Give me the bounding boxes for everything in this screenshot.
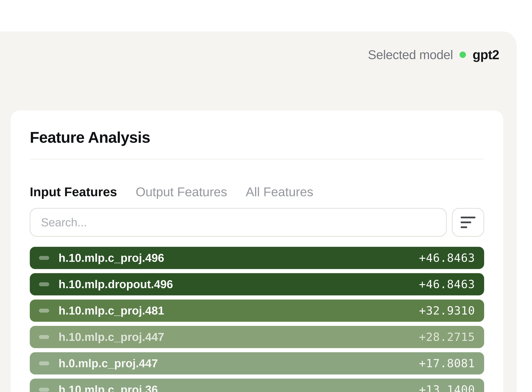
- page-title: Feature Analysis: [30, 128, 484, 147]
- minus-icon: [39, 282, 49, 286]
- feature-analysis-card: Feature Analysis Input Features Output F…: [11, 111, 503, 392]
- feature-label: h.10.mlp.c_proj.496: [58, 251, 419, 264]
- feature-row[interactable]: h.10.mlp.c_proj.447 +28.2715: [30, 326, 484, 348]
- feature-list: h.10.mlp.c_proj.496 +46.8463 h.10.mlp.dr…: [30, 247, 484, 392]
- feature-value: +13.1400: [419, 383, 475, 392]
- feature-label: h.10.mlp.c_proj.481: [58, 304, 419, 317]
- tab-input-features[interactable]: Input Features: [30, 184, 117, 200]
- minus-icon: [39, 388, 49, 392]
- minus-icon: [39, 361, 49, 365]
- model-name: gpt2: [473, 47, 499, 62]
- tab-output-features[interactable]: Output Features: [136, 184, 227, 200]
- minus-icon: [39, 309, 49, 313]
- feature-row[interactable]: h.10.mlp.c_proj.481 +32.9310: [30, 299, 484, 322]
- feature-row[interactable]: h.0.mlp.c_proj.447 +17.8081: [30, 352, 484, 374]
- feature-row[interactable]: h.10.mlp.dropout.496 +46.8463: [30, 273, 484, 295]
- feature-value: +32.9310: [419, 304, 475, 317]
- sort-button[interactable]: [452, 208, 484, 237]
- feature-label: h.10.mlp.dropout.496: [58, 278, 419, 291]
- search-input[interactable]: [30, 208, 447, 237]
- feature-row[interactable]: h.10.mlp.c_proj.36 +13.1400: [30, 379, 484, 392]
- feature-label: h.0.mlp.c_proj.447: [58, 357, 419, 370]
- search-bar: [30, 208, 484, 237]
- minus-icon: [39, 335, 49, 339]
- tab-bar: Input Features Output Features All Featu…: [30, 184, 484, 200]
- app-background-panel: Selected model gpt2 Feature Analysis Inp…: [0, 31, 517, 392]
- feature-value: +17.8081: [419, 357, 475, 370]
- divider: [30, 159, 484, 159]
- feature-label: h.10.mlp.c_proj.447: [58, 330, 419, 344]
- feature-value: +46.8463: [419, 251, 475, 264]
- model-selector: Selected model gpt2: [0, 31, 517, 62]
- model-status-dot: [460, 51, 466, 58]
- minus-icon: [39, 256, 49, 260]
- feature-value: +46.8463: [419, 278, 475, 291]
- tab-all-features[interactable]: All Features: [246, 184, 313, 200]
- feature-label: h.10.mlp.c_proj.36: [58, 383, 419, 392]
- selected-model-label: Selected model: [368, 47, 453, 62]
- feature-row[interactable]: h.10.mlp.c_proj.496 +46.8463: [30, 247, 484, 269]
- sort-lines-icon: [461, 217, 475, 228]
- feature-value: +28.2715: [419, 331, 475, 344]
